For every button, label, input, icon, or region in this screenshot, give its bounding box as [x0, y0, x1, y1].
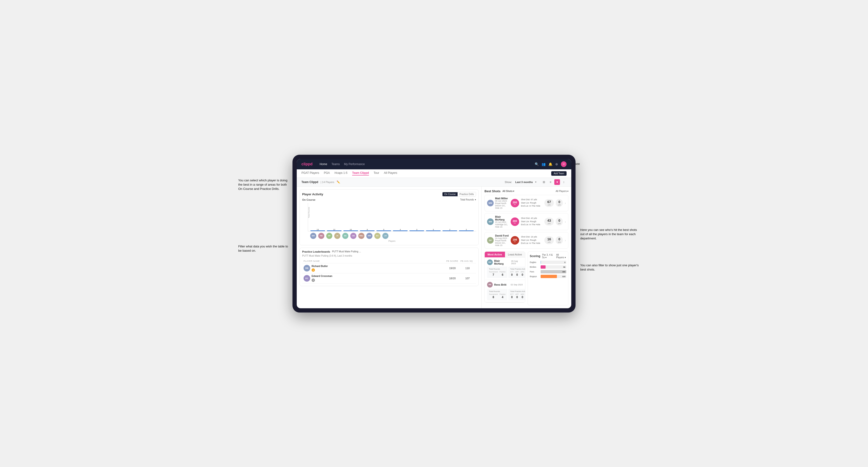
grid-view-button[interactable]: ⊞	[541, 179, 547, 185]
show-label: Show:	[505, 181, 512, 184]
scoring-players-filter[interactable]: All Players ▾	[556, 253, 566, 259]
shot-chevron-3: ›	[565, 239, 566, 242]
plus-circle-icon[interactable]: ⊕	[555, 162, 558, 166]
tablet-frame: clippd Home Teams My Performance 🔍 👥 🔔 ⊕…	[292, 155, 576, 312]
bar-group[interactable]: 9	[360, 228, 375, 231]
shot-player-name-2: Blair McHarg	[495, 215, 509, 221]
activity-header: Player Activity On Course Practice Drill…	[302, 192, 476, 196]
bar-highlight	[409, 230, 424, 231]
scoring-bar-value: 499	[562, 271, 565, 273]
shots-filter-all[interactable]: All Shots ▾	[502, 190, 514, 192]
stat-practice-2: Total Practice Activities GTT 0 APP	[508, 289, 525, 300]
player-avatar-bar[interactable]: BM	[310, 233, 316, 239]
bar-highlight	[442, 230, 457, 231]
shot-player-info-1: MM Matt Miller 09 Jun 2023 · Royal North…	[487, 197, 509, 209]
stat-app-2: APP 0	[516, 293, 519, 299]
scoring-row-label: Birdies	[530, 266, 539, 268]
shots-players-filter[interactable]: All Players ▾	[556, 190, 568, 192]
nav-right: 🔍 👥 🔔 ⊕ U	[535, 161, 566, 167]
player-avatar-bar[interactable]: JC	[334, 233, 340, 239]
stat-rounds-cols-2: Tournament 8 Practice 4	[489, 293, 505, 299]
shots-title: Best Shots	[485, 189, 500, 193]
sub-nav: PGAT Players PGA Hcaps 1-5 Team Clippd T…	[297, 169, 571, 178]
users-icon[interactable]: 👥	[541, 162, 546, 166]
bar-group[interactable]: 3	[426, 228, 441, 231]
score-1: 19/20	[445, 267, 460, 270]
nav-home[interactable]: Home	[319, 162, 327, 166]
shot-card-3[interactable]: DF David Ford 24 Aug 2023 · Royal North …	[485, 232, 568, 249]
edit-icon[interactable]: ✏️	[337, 181, 340, 184]
list-view-button[interactable]: ≡	[548, 179, 553, 185]
bar-group[interactable]: 4	[393, 228, 408, 231]
add-team-button[interactable]: Add Team	[551, 171, 566, 176]
shot-card-2[interactable]: BM Blair McHarg 23 Jul 2023 · Ashridge G…	[485, 213, 568, 230]
annotation-right-bottom: You can also filter to show just one pla…	[580, 263, 642, 272]
active-date-2: 02 Sep 2023	[511, 283, 523, 286]
shot-details-1: Shot Dist: 67 yds Start Lie: Rough End L…	[521, 198, 543, 208]
player-avatar-bar[interactable]: EE	[342, 233, 348, 239]
bar-group[interactable]: 12	[327, 228, 342, 231]
chart-filter-dropdown[interactable]: Total Rounds ▾	[460, 198, 476, 201]
score-2: 18/20	[445, 277, 460, 280]
tab-team-clippd[interactable]: Team Clippd	[352, 171, 369, 176]
shot-dist-badge-1: 67 yds	[545, 199, 554, 207]
player-avatar-bar[interactable]: RB	[318, 233, 324, 239]
show-select[interactable]: Last 3 months	[515, 181, 533, 184]
active-player-header-1: BM Blair McHarg 26 Aug 2023	[487, 259, 523, 265]
stat-practice-rounds-1: Practice 6	[500, 271, 505, 276]
tab-pga[interactable]: PGA	[324, 171, 330, 176]
stat-rounds-title-2: Total Rounds	[489, 290, 505, 292]
scoring-par-filter[interactable]: Par 3, 4 & 5s ▾	[542, 253, 554, 259]
show-dropdown-icon[interactable]: ▾	[535, 181, 536, 183]
tab-tour[interactable]: Tour	[374, 171, 379, 176]
bar-highlight	[459, 230, 474, 231]
on-course-toggle[interactable]: On Course	[442, 192, 458, 196]
active-tabs: Most Active Least Active	[485, 252, 525, 257]
least-active-tab[interactable]: Least Active	[505, 252, 525, 257]
player-avatar-bar[interactable]: EC	[374, 233, 380, 239]
nav-my-performance[interactable]: My Performance	[344, 162, 365, 166]
logo: clippd	[302, 162, 312, 166]
active-stats-2: Total Rounds Tournament 8 Practice	[487, 289, 523, 300]
tab-pgat-players[interactable]: PGAT Players	[302, 171, 319, 176]
shot-player-meta-3: 24 Aug 2023 · Royal North Devon GC, Hole…	[495, 237, 509, 247]
scoring-bars: Eagles 3 Birdies 96 Pars 499 Bogeys 315	[530, 261, 566, 278]
shot-details-3: Shot Dist: 16 yds Start Lie: Rough End L…	[521, 236, 543, 245]
tab-hcaps[interactable]: Hcaps 1-5	[335, 171, 347, 176]
bar-highlight	[376, 230, 391, 231]
practice-filter-dropdown[interactable]: PUTT Must Make Putting ...	[332, 250, 361, 253]
bar-group[interactable]: 2	[459, 228, 474, 231]
shot-card-1[interactable]: MM Matt Miller 09 Jun 2023 · Royal North…	[485, 195, 568, 211]
search-icon[interactable]: 🔍	[535, 162, 539, 166]
shot-dist-badge-3: 16 yds	[545, 236, 554, 244]
bar-group[interactable]: 2	[442, 228, 457, 231]
player-avatar-bar[interactable]: RBu	[358, 233, 365, 239]
practice-header: Practice Leaderboards PUTT Must Make Put…	[302, 250, 476, 253]
player-avatar-bar[interactable]: MM	[366, 233, 372, 239]
active-avatar-1: BM	[487, 259, 493, 265]
stat-practice-cols-2: GTT 0 APP 0	[510, 293, 525, 299]
stat-rounds-2: Total Rounds Tournament 8 Practice	[487, 289, 507, 300]
bar-group[interactable]: 5	[376, 228, 391, 231]
heart-view-button[interactable]: ♥	[554, 179, 560, 185]
bar-group[interactable]: 3	[409, 228, 424, 231]
player-avatar-bar[interactable]: OB	[350, 233, 356, 239]
user-avatar[interactable]: U	[561, 161, 566, 167]
player-avatar-bar[interactable]: DF	[326, 233, 332, 239]
stat-rounds-cols-1: Tournament 7 Practice 6	[489, 271, 505, 276]
bar-group[interactable]: 13	[310, 228, 325, 231]
tab-all-players[interactable]: All Players	[384, 171, 397, 176]
players-x-label: Players	[308, 239, 476, 243]
stat-arg-1: ARG 0	[521, 271, 524, 276]
bell-icon[interactable]: 🔔	[549, 162, 552, 166]
chart-course-label: On Course	[302, 198, 315, 201]
table-row: EC Edward Crossman 2 18/20 107	[302, 273, 476, 283]
player-avatar-bar[interactable]: LR	[382, 233, 389, 239]
bar-group[interactable]: 10	[343, 228, 358, 231]
bar-highlight	[360, 230, 375, 231]
most-active-tab[interactable]: Most Active	[485, 252, 505, 257]
sort-view-button[interactable]: ↕	[561, 179, 566, 185]
nav-teams[interactable]: Teams	[331, 162, 340, 166]
practice-drills-toggle[interactable]: Practice Drills	[458, 192, 476, 196]
annotation-right-mid: Here you can see who's hit the best shot…	[580, 228, 642, 241]
